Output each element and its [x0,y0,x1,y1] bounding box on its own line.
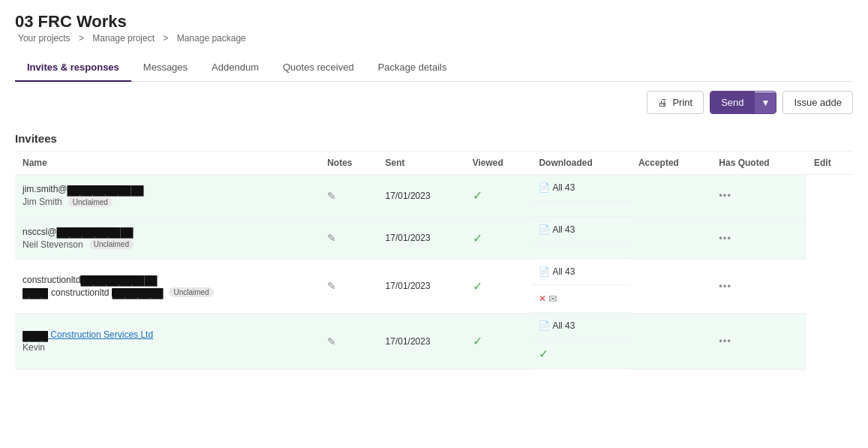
document-icon: 📄 [539,266,550,277]
has-quoted-cell [631,217,711,259]
has-quoted-cell [631,313,711,369]
send-dropdown-arrow[interactable]: ▼ [755,92,776,113]
edit-notes-icon[interactable]: ✎ [327,335,336,347]
redacted-email: ████████████ [80,275,140,284]
tab-package[interactable]: Package details [366,54,459,82]
edit-cell: ••• [711,175,806,218]
notes-cell: ✎ [320,313,377,369]
section-title: Invitees [15,123,853,151]
unclaimed-badge: Unclaimed [169,287,213,297]
redacted-name-2: ████████ [112,288,163,297]
name-cell: ████ Construction Services LtdKevin [15,313,320,369]
sent-cell: 17/01/2023 [378,313,465,369]
viewed-check-icon: ✓ [473,335,482,347]
col-has-quoted: Has Quoted [711,152,806,175]
notes-cell: ✎ [320,175,377,218]
unclaimed-badge: Unclaimed [68,197,113,207]
tab-invites[interactable]: Invites & responses [15,54,131,82]
viewed-cell: ✓ [465,313,532,369]
accepted-cell: ✓ [531,339,631,369]
edit-cell: ••• [711,217,806,259]
accepted-cell [531,201,631,217]
edit-menu-button[interactable]: ••• [719,190,731,201]
tab-quotes[interactable]: Quotes received [271,54,366,82]
table-row: jim.smith@████████████Jim SmithUnclaimed… [15,175,853,218]
name-cell: constructionltd████████████████construct… [15,259,320,313]
page-title: 03 FRC Works [15,12,853,32]
downloaded-cell: 📄All 43 [531,217,631,243]
has-quoted-cell [631,259,711,313]
viewed-check-icon: ✓ [473,189,482,202]
print-button[interactable]: 🖨 Print [647,91,704,114]
col-viewed: Viewed [465,152,532,175]
accepted-check-icon: ✓ [539,347,548,361]
col-sent: Sent [378,152,465,175]
viewed-cell: ✓ [465,259,532,313]
sent-cell: 17/01/2023 [378,175,465,218]
table-row: nsccsl@████████████Neil StevensonUnclaim… [15,217,853,259]
col-accepted: Accepted [631,152,711,175]
unclaimed-badge: Unclaimed [89,239,134,249]
redacted-name-1: ████ [23,288,48,297]
redacted-email: ████████████ [57,227,117,236]
tab-addendum[interactable]: Addendum [200,54,271,82]
redacted-prefix: ████ [23,331,48,340]
name-cell: nsccsl@████████████Neil StevensonUnclaim… [15,217,320,259]
document-icon: 📄 [539,224,550,235]
col-name: Name [15,152,320,175]
printer-icon: 🖨 [658,97,668,108]
edit-notes-icon[interactable]: ✎ [327,190,336,202]
has-quoted-cell [631,175,711,218]
name-cell: jim.smith@████████████Jim SmithUnclaimed [15,175,320,218]
accepted-cell [531,243,631,259]
notes-cell: ✎ [320,259,377,313]
document-icon: 📄 [539,320,550,331]
edit-cell: ••• [711,259,806,313]
sent-cell: 17/01/2023 [378,217,465,259]
edit-menu-button[interactable]: ••• [719,335,731,347]
table-row: ████ Construction Services LtdKevin✎17/0… [15,313,853,369]
viewed-cell: ✓ [465,175,532,218]
table-row: constructionltd████████████████construct… [15,259,853,313]
redacted-email: ████████████ [68,185,128,194]
toolbar: 🖨 Print Send ▼ Issue adde [15,82,853,123]
viewed-cell: ✓ [465,217,532,259]
issue-addendum-button[interactable]: Issue adde [782,91,853,114]
downloaded-cell: 📄All 43 [531,259,631,285]
col-notes: Notes [320,152,377,175]
edit-menu-button[interactable]: ••• [719,281,731,292]
send-button-group: Send ▼ [710,91,776,114]
col-downloaded: Downloaded [531,152,631,175]
edit-cell: ••• [711,313,806,369]
breadcrumb: Your projects > Manage project > Manage … [15,33,853,44]
accepted-x-icon: ✕ [539,293,546,304]
edit-menu-button[interactable]: ••• [719,233,731,244]
viewed-check-icon: ✓ [473,232,482,245]
tab-bar: Invites & responses Messages Addendum Qu… [15,54,853,82]
viewed-check-icon: ✓ [473,280,482,293]
tab-messages[interactable]: Messages [131,54,200,82]
document-icon: 📄 [539,182,550,193]
notes-cell: ✎ [320,217,377,259]
col-edit: Edit [806,152,853,175]
accepted-envelope-icon: ✉ [548,293,557,305]
invitees-table: Name Notes Sent Viewed Downloaded Accept… [15,151,853,370]
edit-notes-icon[interactable]: ✎ [327,232,336,244]
downloaded-cell: 📄All 43 [531,175,631,201]
downloaded-cell: 📄All 43 [531,313,631,339]
sent-cell: 17/01/2023 [378,259,465,313]
edit-notes-icon[interactable]: ✎ [327,280,336,292]
accepted-cell: ✕✉ [531,285,631,313]
send-button[interactable]: Send [710,92,754,113]
